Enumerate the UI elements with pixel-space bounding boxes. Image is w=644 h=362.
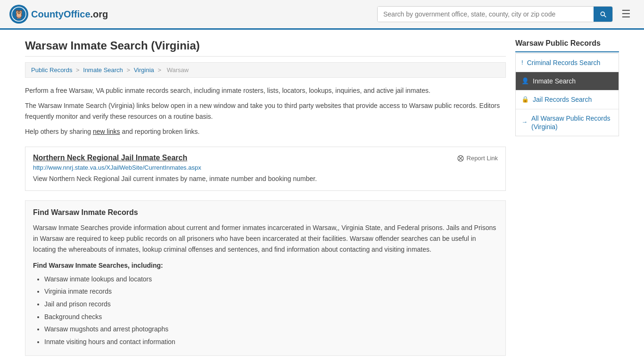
intro-text: Perform a free Warsaw, VA public inmate … bbox=[25, 85, 506, 96]
record-title[interactable]: Northern Neck Regional Jail Inmate Searc… bbox=[33, 154, 498, 162]
sidebar-link-0[interactable]: !Criminal Records Search bbox=[516, 54, 619, 72]
info-list: Warsaw inmate lookups and locatorsVirgin… bbox=[33, 273, 498, 348]
header: 🦉 CountyOffice.org ☰ bbox=[0, 0, 644, 30]
svg-text:🦉: 🦉 bbox=[14, 9, 25, 19]
search-bar bbox=[377, 6, 613, 22]
sidebar-item-label: Inmate Search bbox=[533, 77, 576, 85]
breadcrumb-public-records[interactable]: Public Records bbox=[31, 66, 72, 74]
list-item: Background checks bbox=[44, 311, 498, 323]
sidebar-link-3[interactable]: →All Warsaw Public Records (Virginia) bbox=[516, 109, 619, 136]
record-entry: Report Link Northern Neck Regional Jail … bbox=[25, 147, 506, 191]
sidebar-item: !Criminal Records Search bbox=[516, 54, 619, 72]
page-title: Warsaw Inmate Search (Virginia) bbox=[25, 39, 506, 57]
intro-text2: The Warsaw Inmate Search (Virginia) link… bbox=[25, 100, 506, 122]
record-description: View Northern Neck Regional Jail current… bbox=[33, 174, 498, 184]
sidebar-link-1[interactable]: 👤Inmate Search bbox=[516, 72, 619, 90]
sidebar-item-label: All Warsaw Public Records (Virginia) bbox=[531, 114, 613, 131]
breadcrumb-sep-2: > bbox=[126, 66, 132, 74]
report-icon bbox=[457, 155, 464, 162]
info-section-title: Find Warsaw Inmate Records bbox=[33, 208, 498, 217]
content-area: Warsaw Inmate Search (Virginia) Public R… bbox=[25, 39, 506, 362]
sidebar-list: !Criminal Records Search👤Inmate Search🔒J… bbox=[515, 53, 619, 136]
main-content: Warsaw Inmate Search (Virginia) Public R… bbox=[16, 30, 628, 362]
list-item: Jail and prison records bbox=[44, 298, 498, 311]
sidebar-icon: ! bbox=[521, 59, 523, 67]
sidebar-icon: 🔒 bbox=[521, 96, 529, 104]
info-section: Find Warsaw Inmate Records Warsaw Inmate… bbox=[25, 200, 506, 356]
new-links-link[interactable]: new links bbox=[93, 128, 120, 135]
report-link-button[interactable]: Report Link bbox=[457, 155, 498, 162]
breadcrumb-inmate-search[interactable]: Inmate Search bbox=[83, 66, 123, 74]
breadcrumb-sep-1: > bbox=[76, 66, 81, 74]
list-item: Inmate visiting hours and contact inform… bbox=[44, 336, 498, 348]
logo-name: CountyOffice bbox=[31, 9, 91, 19]
sidebar-title: Warsaw Public Records bbox=[515, 39, 619, 52]
list-item: Warsaw inmate lookups and locators bbox=[44, 273, 498, 286]
search-button[interactable] bbox=[594, 7, 612, 22]
search-input[interactable] bbox=[378, 7, 594, 22]
sidebar-item: 🔒Jail Records Search bbox=[516, 90, 619, 109]
sidebar: Warsaw Public Records !Criminal Records … bbox=[515, 39, 619, 362]
list-item: Virginia inmate records bbox=[44, 285, 498, 298]
record-url[interactable]: http://www.nnrj.state.va.us/XJailWebSite… bbox=[33, 164, 498, 171]
breadcrumb: Public Records > Inmate Search > Virgini… bbox=[25, 62, 506, 78]
report-link-label: Report Link bbox=[467, 155, 498, 162]
logo-text: CountyOffice.org bbox=[31, 9, 108, 20]
sidebar-item: 👤Inmate Search bbox=[516, 72, 619, 90]
sharing-suffix: and reporting broken links. bbox=[120, 128, 200, 135]
sidebar-item-label: Jail Records Search bbox=[533, 95, 592, 104]
breadcrumb-warsaw: Warsaw bbox=[167, 66, 189, 74]
search-icon bbox=[599, 10, 607, 18]
breadcrumb-virginia[interactable]: Virginia bbox=[134, 66, 154, 74]
logo-icon: 🦉 bbox=[9, 5, 28, 24]
sidebar-item-label: Criminal Records Search bbox=[527, 58, 601, 67]
sharing-prefix: Help others by sharing bbox=[25, 128, 93, 135]
hamburger-button[interactable]: ☰ bbox=[618, 6, 635, 22]
sidebar-icon: 👤 bbox=[521, 77, 529, 85]
breadcrumb-sep-3: > bbox=[157, 66, 163, 74]
logo-suffix: .org bbox=[91, 9, 108, 19]
header-right: ☰ bbox=[377, 6, 635, 22]
sharing-text: Help others by sharing new links and rep… bbox=[25, 126, 506, 137]
info-list-title: Find Warsaw Inmate Searches, including: bbox=[33, 262, 498, 269]
sidebar-item: →All Warsaw Public Records (Virginia) bbox=[516, 109, 619, 136]
logo-area: 🦉 CountyOffice.org bbox=[9, 5, 108, 24]
list-item: Warsaw mugshots and arrest photographs bbox=[44, 323, 498, 336]
sidebar-link-2[interactable]: 🔒Jail Records Search bbox=[516, 90, 619, 108]
sidebar-icon: → bbox=[521, 118, 528, 126]
info-section-text: Warsaw Inmate Searches provide informati… bbox=[33, 222, 498, 255]
